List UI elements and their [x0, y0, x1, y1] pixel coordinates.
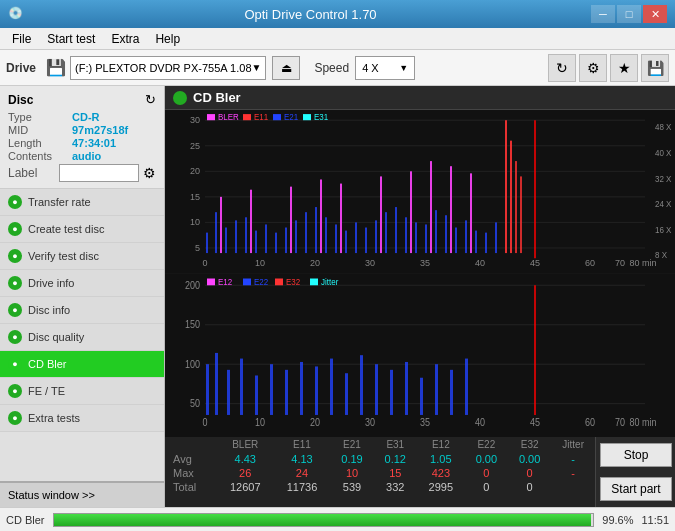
- drive-dropdown[interactable]: (F:) PLEXTOR DVDR PX-755A 1.08 ▼: [70, 56, 266, 80]
- sidebar-item-create-test-disc[interactable]: ● Create test disc: [0, 216, 164, 243]
- speed-dropdown[interactable]: 4 X ▼: [355, 56, 415, 80]
- svg-rect-65: [515, 161, 517, 253]
- disc-contents-key: Contents: [8, 150, 68, 162]
- chart1-svg: 30 25 20 15 10 5 0 10 20 30 35 40 45 60: [165, 110, 675, 274]
- verify-test-disc-icon: ●: [8, 249, 22, 263]
- disc-refresh-icon[interactable]: ↻: [145, 92, 156, 107]
- svg-rect-39: [365, 228, 367, 254]
- disc-label-input[interactable]: [59, 164, 139, 182]
- sidebar-item-label: Verify test disc: [28, 250, 99, 262]
- svg-rect-106: [270, 364, 273, 415]
- svg-rect-56: [320, 179, 322, 253]
- svg-text:E32: E32: [286, 276, 300, 287]
- total-e32: 0: [508, 480, 551, 494]
- svg-rect-58: [380, 176, 382, 253]
- minimize-button[interactable]: ─: [591, 5, 615, 23]
- eject-button[interactable]: ⏏: [272, 56, 300, 80]
- save-icon[interactable]: 💾: [641, 54, 669, 82]
- maximize-button[interactable]: □: [617, 5, 641, 23]
- svg-text:10: 10: [190, 217, 200, 227]
- svg-rect-38: [355, 222, 357, 253]
- drive-value: (F:) PLEXTOR DVDR PX-755A 1.08: [75, 62, 251, 74]
- max-bler: 26: [217, 466, 274, 480]
- drive-bar: Drive 💾 (F:) PLEXTOR DVDR PX-755A 1.08 ▼…: [0, 50, 675, 86]
- max-e11: 24: [274, 466, 331, 480]
- svg-rect-50: [475, 231, 477, 253]
- svg-rect-127: [310, 278, 318, 285]
- max-label: Max: [165, 466, 217, 480]
- svg-text:150: 150: [185, 318, 200, 330]
- svg-text:25: 25: [190, 141, 200, 151]
- disc-mid-val: 97m27s18f: [72, 124, 128, 136]
- svg-rect-61: [450, 166, 452, 253]
- menu-help[interactable]: Help: [147, 30, 188, 48]
- transfer-rate-icon: ●: [8, 195, 22, 209]
- svg-rect-54: [250, 190, 252, 253]
- sidebar-item-transfer-rate[interactable]: ● Transfer rate: [0, 189, 164, 216]
- svg-text:0: 0: [203, 416, 208, 428]
- status-window-label: Status window >>: [8, 489, 95, 501]
- svg-text:40: 40: [475, 258, 485, 268]
- sidebar-item-disc-info[interactable]: ● Disc info: [0, 297, 164, 324]
- disc-type-val: CD-R: [72, 111, 100, 123]
- svg-rect-32: [295, 220, 297, 253]
- total-bler: 12607: [217, 480, 274, 494]
- menu-extra[interactable]: Extra: [103, 30, 147, 48]
- status-window-button[interactable]: Status window >>: [0, 481, 164, 507]
- sidebar-item-disc-quality[interactable]: ● Disc quality: [0, 324, 164, 351]
- stats-table: BLER E11 E21 E31 E12 E22 E32 Jitter Avg: [165, 437, 595, 494]
- svg-rect-107: [285, 369, 288, 414]
- avg-e22: 0.00: [465, 452, 508, 466]
- app-title: Opti Drive Control 1.70: [30, 7, 591, 22]
- svg-rect-28: [255, 231, 257, 253]
- menu-start-test[interactable]: Start test: [39, 30, 103, 48]
- col-header-e12: E12: [417, 437, 465, 452]
- avg-e21: 0.19: [330, 452, 373, 466]
- svg-rect-112: [360, 355, 363, 415]
- stop-button[interactable]: Stop: [600, 443, 672, 467]
- disc-label-row: Label ⚙: [8, 164, 156, 182]
- svg-rect-104: [240, 358, 243, 414]
- star-icon[interactable]: ★: [610, 54, 638, 82]
- extra-tests-icon: ●: [8, 411, 22, 425]
- col-header-bler: BLER: [217, 437, 274, 452]
- cd-bler-header-icon: [173, 91, 187, 105]
- sidebar-item-extra-tests[interactable]: ● Extra tests: [0, 405, 164, 432]
- svg-text:35: 35: [420, 258, 430, 268]
- svg-rect-33: [305, 212, 307, 253]
- menu-file[interactable]: File: [4, 30, 39, 48]
- svg-text:Jitter: Jitter: [321, 276, 338, 287]
- total-jitter: [551, 480, 595, 494]
- sidebar-item-cd-bler[interactable]: ● CD Bler: [0, 351, 164, 378]
- refresh-icon[interactable]: ↻: [548, 54, 576, 82]
- close-button[interactable]: ✕: [643, 5, 667, 23]
- svg-text:30: 30: [365, 258, 375, 268]
- svg-text:20: 20: [310, 416, 320, 428]
- start-part-button[interactable]: Start part: [600, 477, 672, 501]
- col-header-e21: E21: [330, 437, 373, 452]
- settings-icon[interactable]: ⚙: [579, 54, 607, 82]
- svg-rect-40: [375, 220, 377, 253]
- svg-rect-26: [235, 220, 237, 253]
- title-bar: 💿 Opti Drive Control 1.70 ─ □ ✕: [0, 0, 675, 28]
- sidebar-item-label: CD Bler: [28, 358, 67, 370]
- sidebar-item-verify-test-disc[interactable]: ● Verify test disc: [0, 243, 164, 270]
- sidebar-item-drive-info[interactable]: ● Drive info: [0, 270, 164, 297]
- svg-rect-72: [273, 114, 281, 120]
- bottom-stats: BLER E11 E21 E31 E12 E22 E32 Jitter Avg: [165, 437, 675, 507]
- svg-text:20: 20: [190, 166, 200, 176]
- avg-e32: 0.00: [508, 452, 551, 466]
- sidebar-item-fe-te[interactable]: ● FE / TE: [0, 378, 164, 405]
- avg-e12: 1.05: [417, 452, 465, 466]
- label-settings-icon[interactable]: ⚙: [143, 165, 156, 181]
- svg-text:16 X: 16 X: [655, 226, 672, 235]
- svg-text:20: 20: [310, 258, 320, 268]
- col-header-e11: E11: [274, 437, 331, 452]
- svg-rect-57: [340, 184, 342, 253]
- total-label: Total: [165, 480, 217, 494]
- svg-rect-51: [485, 233, 487, 253]
- svg-text:100: 100: [185, 358, 200, 370]
- disc-panel: Disc ↻ Type CD-R MID 97m27s18f Length 47…: [0, 86, 164, 189]
- total-e31: 332: [374, 480, 417, 494]
- svg-text:45: 45: [530, 258, 540, 268]
